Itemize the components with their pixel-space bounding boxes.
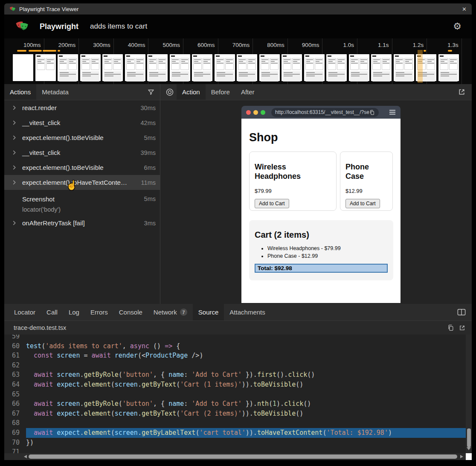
timeline-screenshot-thumbnail[interactable] (58, 54, 78, 81)
chevron-right-icon[interactable] (12, 135, 18, 140)
timeline-screenshot-thumbnail[interactable] (35, 54, 56, 81)
timeline-screenshot-thumbnail[interactable] (80, 54, 101, 81)
timeline-tick-label: 200ms (58, 42, 76, 48)
add-to-cart-button[interactable]: Add to Cart (255, 199, 289, 208)
timeline-screenshot-thumbnail[interactable] (259, 54, 280, 81)
app-name: Playwright (40, 22, 78, 31)
close-icon[interactable]: ✕ (462, 6, 467, 12)
action-item[interactable]: expect.element().toBeVisible6ms (4, 160, 160, 175)
address-bar[interactable]: http://localhost:63315/__vitest_test__/?… (271, 108, 379, 117)
source-line[interactable]: 64 await expect.element(screen.getByText… (4, 380, 466, 390)
copy-source-icon[interactable] (447, 324, 454, 331)
vertical-scrollbar[interactable] (466, 335, 472, 453)
filter-icon[interactable] (147, 88, 155, 96)
source-line[interactable]: 63 await screen.getByRole('button', { na… (4, 370, 466, 380)
open-snapshot-external-icon[interactable] (458, 88, 466, 96)
scroll-down-arrow-icon[interactable] (467, 447, 471, 450)
timeline-tick-label: 500ms (163, 42, 180, 48)
tab-metadata[interactable]: Metadata (36, 84, 74, 100)
timeline-screenshot-thumbnail[interactable] (147, 54, 168, 81)
source-line[interactable]: 61 const screen = await render(<ProductP… (4, 351, 466, 361)
action-item[interactable]: react.render30ms (4, 100, 160, 115)
product-card: Wireless Headphones $79.99 Add to Cart (249, 151, 337, 211)
toggle-layout-icon[interactable] (457, 309, 466, 316)
tab-action[interactable]: Action (177, 84, 206, 100)
action-item[interactable]: expect.element().toBeVisible5ms (4, 130, 160, 145)
product-price: $12.99 (345, 188, 387, 194)
source-code-view[interactable]: 5960test('adds items to cart', async () … (4, 335, 466, 453)
action-label: react.render (22, 104, 57, 111)
tab-source[interactable]: Source (193, 304, 224, 320)
timeline-screenshot-thumbnail[interactable] (125, 54, 145, 81)
action-item[interactable]: expect.element().toHaveTextConte…11ms (4, 175, 160, 190)
vertical-scrollbar-thumb[interactable] (467, 428, 471, 447)
timeline-screenshot-thumbnail[interactable] (170, 54, 190, 81)
source-line[interactable]: 70}) (4, 438, 466, 448)
tab-attachments[interactable]: Attachments (224, 304, 270, 320)
source-line[interactable]: 67 await expect.element(screen.getByText… (4, 409, 466, 419)
add-to-cart-button[interactable]: Add to Cart (345, 199, 380, 208)
source-line[interactable]: 60test('adds items to cart', async () =>… (4, 341, 466, 351)
action-item[interactable]: Screenshot5mslocator('body') (4, 190, 160, 216)
browser-menu-icon[interactable] (389, 109, 396, 115)
copy-url-icon[interactable] (369, 110, 375, 115)
chevron-right-icon[interactable] (12, 221, 18, 225)
open-source-external-icon[interactable] (459, 324, 466, 332)
timeline-screenshot-thumbnail[interactable] (215, 54, 235, 81)
source-line[interactable]: 65 (4, 390, 466, 399)
timeline-screenshot-thumbnail[interactable] (237, 54, 257, 81)
action-item[interactable]: __vitest_click42ms (4, 115, 160, 130)
thumb-products (81, 58, 99, 70)
scroll-right-arrow-icon[interactable] (460, 455, 463, 458)
tab-label: Metadata (42, 88, 69, 96)
chevron-right-icon[interactable] (12, 180, 18, 185)
scroll-left-arrow-icon[interactable] (24, 455, 27, 458)
timeline[interactable]: 100ms200ms300ms400ms500ms600ms700ms800ms… (4, 38, 472, 84)
source-line[interactable]: 71 (4, 447, 466, 453)
thumb-shop-title (126, 55, 130, 57)
chevron-right-icon[interactable] (12, 120, 18, 125)
chevron-right-icon[interactable] (12, 105, 18, 110)
horizontal-scrollbar[interactable] (4, 453, 466, 460)
timeline-screenshot-thumbnail[interactable] (326, 54, 347, 81)
tab-actions[interactable]: Actions (4, 84, 36, 100)
chevron-right-icon[interactable] (12, 165, 18, 170)
timeline-screenshot-thumbnail[interactable] (349, 54, 369, 81)
tab-network[interactable]: Network7 (148, 304, 193, 320)
source-line[interactable]: 69 await expect.element(screen.getByLabe… (4, 428, 466, 438)
traffic-light-yellow (253, 110, 258, 115)
action-locator-subtitle: locator('body') (4, 206, 160, 213)
source-line[interactable]: 68 (4, 418, 466, 428)
timeline-screenshot-thumbnail[interactable] (438, 54, 459, 81)
thumb-product (283, 58, 291, 70)
timeline-screenshot-thumbnail[interactable] (192, 54, 212, 81)
tab-call[interactable]: Call (41, 304, 63, 320)
source-line[interactable]: 62 (4, 361, 466, 370)
thumb-shop-title (350, 55, 354, 57)
timeline-screenshot-thumbnail[interactable] (304, 54, 325, 81)
timeline-screenshot-thumbnail[interactable] (371, 54, 392, 81)
timeline-screenshot-thumbnail[interactable] (13, 54, 33, 81)
tab-before[interactable]: Before (206, 84, 235, 100)
source-line[interactable]: 59 (4, 335, 466, 341)
timeline-screenshot-thumbnail[interactable] (102, 54, 123, 81)
thumb-product (126, 58, 135, 70)
thumb-cart (59, 71, 77, 82)
tab-console[interactable]: Console (113, 304, 148, 320)
tab-log[interactable]: Log (63, 304, 85, 320)
action-item[interactable]: __vitest_click39ms (4, 145, 160, 160)
timeline-screenshot-thumbnail[interactable] (282, 54, 302, 81)
action-item[interactable]: onAfterRetryTask [fail]3ms (4, 216, 160, 230)
settings-gear-icon[interactable]: ⚙ (453, 21, 461, 32)
tab-after[interactable]: After (235, 84, 260, 100)
timeline-screenshot-thumbnail[interactable] (394, 54, 414, 81)
thumb-product (91, 58, 99, 70)
tab-errors[interactable]: Errors (85, 304, 113, 320)
pick-locator-target-icon[interactable] (165, 88, 174, 96)
tab-label: Action (182, 88, 200, 96)
horizontal-scrollbar-thumb[interactable] (29, 454, 457, 459)
line-number: 64 (4, 380, 20, 390)
source-line[interactable]: 66 await screen.getByRole('button', { na… (4, 399, 466, 409)
tab-locator[interactable]: Locator (9, 304, 41, 320)
chevron-right-icon[interactable] (12, 150, 18, 155)
